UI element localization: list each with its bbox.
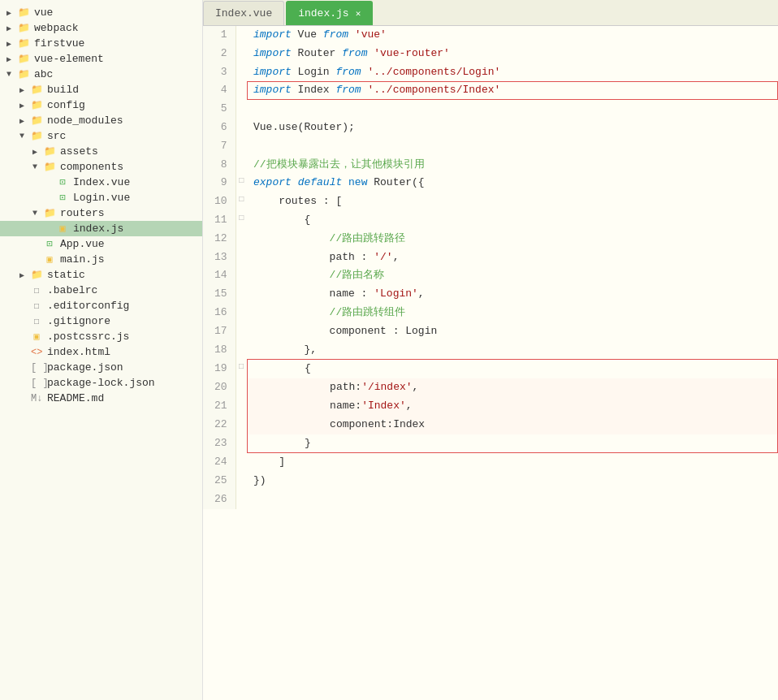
sidebar-item-.gitignore[interactable]: ▶☐.gitignore	[0, 313, 202, 329]
line-number: 23	[203, 434, 236, 453]
sidebar-item-vue[interactable]: ▶📁vue	[0, 5, 202, 20]
sidebar-item-main.js[interactable]: ▶▣main.js	[0, 252, 202, 267]
sidebar-label: Index.vue	[73, 176, 130, 188]
fold-indicator[interactable]	[236, 341, 247, 360]
folder-icon: 📁	[31, 130, 42, 142]
line-number: 17	[203, 322, 236, 341]
sidebar-item-package.json[interactable]: ▶[ ]package.json	[0, 360, 202, 375]
sidebar-item-Index.vue[interactable]: ▶⊡Index.vue	[0, 175, 202, 190]
fold-indicator[interactable]: □	[236, 174, 247, 192]
line-content: name : 'Login',	[247, 285, 778, 304]
js-file-icon: ▣	[44, 253, 55, 266]
vue-file-icon: ⊡	[57, 192, 68, 204]
line-content: export default new Router({	[247, 174, 778, 192]
sidebar-item-package-lock.json[interactable]: ▶[ ]package-lock.json	[0, 375, 202, 391]
code-line-24: 24 ]	[203, 453, 778, 472]
tab-index-vue-tab[interactable]: Index.vue	[203, 1, 284, 25]
line-number: 9	[203, 174, 236, 192]
fold-indicator[interactable]	[236, 81, 247, 100]
folder-arrow: ▶	[19, 85, 29, 95]
fold-indicator[interactable]	[236, 26, 247, 45]
fold-indicator[interactable]	[236, 490, 247, 509]
line-number: 5	[203, 100, 236, 119]
sidebar-item-build[interactable]: ▶📁build	[0, 82, 202, 97]
sidebar-label: node_modules	[47, 115, 123, 127]
fold-indicator[interactable]	[236, 397, 247, 416]
sidebar-label: Login.vue	[73, 192, 130, 204]
sidebar-item-.postcssrc.js[interactable]: ▶▣.postcssrc.js	[0, 329, 202, 344]
fold-indicator[interactable]	[236, 63, 247, 82]
fold-indicator[interactable]	[236, 322, 247, 341]
fold-indicator[interactable]	[236, 378, 247, 397]
folder-arrow: ▶	[19, 101, 29, 110]
fold-indicator[interactable]	[236, 137, 247, 156]
sidebar-item-.babelrc[interactable]: ▶☐.babelrc	[0, 283, 202, 298]
fold-indicator[interactable]	[236, 304, 247, 322]
cfg-file-icon: ☐	[31, 284, 42, 296]
code-line-11: 11□ {	[203, 211, 778, 230]
sidebar-item-assets[interactable]: ▶📁assets	[0, 144, 202, 159]
html-file-icon: <>	[31, 347, 42, 358]
sidebar-item-components[interactable]: ▼📁components	[0, 159, 202, 175]
folder-arrow: ▶	[6, 39, 16, 49]
code-editor[interactable]: 1import Vue from 'vue'2import Router fro…	[203, 26, 778, 700]
folder-arrow: ▼	[6, 70, 16, 79]
fold-indicator[interactable]	[236, 472, 247, 490]
sidebar-item-abc[interactable]: ▼📁abc	[0, 67, 202, 82]
sidebar-label: .babelrc	[47, 284, 97, 296]
fold-indicator[interactable]	[236, 45, 247, 63]
sidebar-item-node_modules[interactable]: ▶📁node_modules	[0, 113, 202, 128]
tab-close-button[interactable]: ✕	[356, 8, 361, 19]
sidebar-item-src[interactable]: ▼📁src	[0, 128, 202, 144]
fold-indicator[interactable]	[236, 100, 247, 119]
line-content: name:'Index',	[247, 397, 778, 416]
fold-indicator[interactable]	[236, 230, 247, 248]
sidebar-item-routers[interactable]: ▼📁routers	[0, 205, 202, 221]
line-content: import Login from '../components/Login'	[247, 63, 778, 82]
line-number: 13	[203, 248, 236, 267]
code-table: 1import Vue from 'vue'2import Router fro…	[203, 26, 778, 509]
code-line-12: 12 //路由跳转路径	[203, 230, 778, 248]
sidebar-item-vue-element[interactable]: ▶📁vue-element	[0, 51, 202, 67]
sidebar-item-webpack[interactable]: ▶📁webpack	[0, 20, 202, 36]
fold-indicator[interactable]	[236, 266, 247, 285]
sidebar-item-config[interactable]: ▶📁config	[0, 97, 202, 113]
fold-indicator[interactable]	[236, 434, 247, 453]
code-line-5: 5	[203, 100, 778, 119]
cfg-file-icon: ☐	[31, 300, 42, 312]
sidebar-item-static[interactable]: ▶📁static	[0, 267, 202, 283]
folder-arrow: ▶	[19, 270, 29, 280]
fold-indicator[interactable]	[236, 156, 247, 175]
vue-file-icon: ⊡	[57, 176, 68, 188]
line-content: {	[247, 360, 778, 378]
sidebar-item-Login.vue[interactable]: ▶⊡Login.vue	[0, 190, 202, 205]
code-line-1: 1import Vue from 'vue'	[203, 26, 778, 45]
line-content: },	[247, 341, 778, 360]
code-line-7: 7	[203, 137, 778, 156]
sidebar-label: vue-element	[34, 53, 104, 65]
sidebar-item-.editorconfig[interactable]: ▶☐.editorconfig	[0, 298, 202, 313]
fold-indicator[interactable]: □	[236, 360, 247, 378]
line-number: 20	[203, 378, 236, 397]
line-content: //路由跳转路径	[247, 230, 778, 248]
fold-indicator[interactable]: □	[236, 211, 247, 230]
tab-index-js-tab[interactable]: index.js✕	[286, 1, 373, 25]
sidebar-item-README.md[interactable]: ▶M↓README.md	[0, 391, 202, 406]
sidebar-label: abc	[34, 68, 53, 80]
fold-indicator[interactable]: □	[236, 192, 247, 211]
code-line-22: 22 component:Index	[203, 416, 778, 434]
fold-indicator[interactable]	[236, 453, 247, 472]
sidebar-item-index.html[interactable]: ▶<>index.html	[0, 344, 202, 360]
folder-icon: 📁	[18, 6, 29, 19]
fold-indicator[interactable]	[236, 119, 247, 137]
sidebar-item-firstvue[interactable]: ▶📁firstvue	[0, 36, 202, 51]
fold-indicator[interactable]	[236, 416, 247, 434]
sidebar-item-index.js[interactable]: ▶▣index.js	[0, 221, 202, 236]
fold-indicator[interactable]	[236, 248, 247, 267]
sidebar-label: vue	[34, 6, 53, 19]
sidebar-label: config	[47, 99, 85, 111]
fold-indicator[interactable]	[236, 285, 247, 304]
line-content: import Vue from 'vue'	[247, 26, 778, 45]
line-number: 3	[203, 63, 236, 82]
sidebar-item-App.vue[interactable]: ▶⊡App.vue	[0, 236, 202, 252]
